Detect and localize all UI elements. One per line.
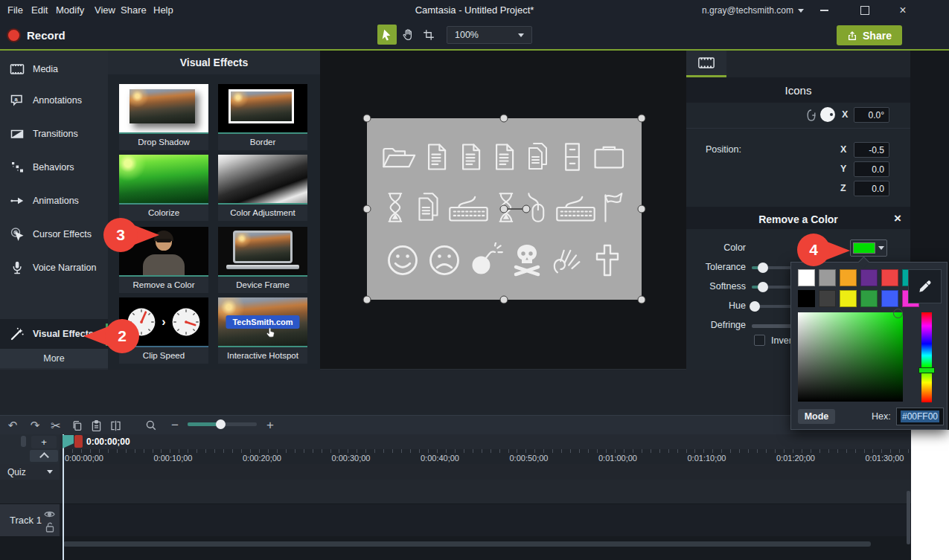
collapse-tracks-button[interactable] (30, 450, 58, 462)
sidebar-item-behaviors[interactable]: Behaviors (0, 152, 108, 183)
resize-handle-w[interactable] (363, 205, 371, 213)
menu-view[interactable]: View (95, 4, 115, 16)
color-swatch[interactable] (881, 290, 898, 307)
hue-bar-handle[interactable] (918, 367, 935, 373)
resize-handle-se[interactable] (638, 296, 646, 304)
horizontal-scrollbar[interactable] (63, 541, 871, 547)
hex-input[interactable]: #00FF00 (896, 408, 944, 425)
effect-tile-device-frame[interactable]: Device Frame (218, 227, 307, 293)
color-swatch[interactable] (840, 290, 857, 307)
color-swatch[interactable] (860, 290, 878, 307)
sidebar-item-animations[interactable]: Animations (0, 185, 108, 216)
account-menu[interactable]: n.gray@techsmith.com (702, 5, 804, 16)
close-icon: × (899, 4, 906, 16)
color-swatch[interactable] (798, 269, 815, 286)
canvas-zoom-select[interactable]: 100% (447, 26, 532, 44)
redo-button[interactable]: ↷ (27, 418, 43, 433)
rotation-input[interactable] (854, 107, 889, 123)
maximize-button[interactable] (852, 0, 878, 21)
tab-media-properties[interactable] (686, 51, 726, 75)
eyedropper-button[interactable] (908, 269, 942, 303)
effect-tile-color-adjustment[interactable]: Color Adjustment (218, 155, 307, 221)
resize-handle-e[interactable] (638, 205, 646, 213)
paste-button[interactable] (88, 418, 104, 433)
effect-tile-colorize[interactable]: Colorize (119, 155, 208, 221)
effect-tile-interactive-hotspot[interactable]: TechSmith.com Interactive Hotspot (218, 297, 307, 364)
menu-edit[interactable]: Edit (31, 4, 48, 16)
record-button[interactable]: Record (27, 29, 65, 42)
timeline-zoom-button[interactable] (143, 418, 159, 433)
mode-button[interactable]: Mode (798, 409, 835, 424)
annotation-step-3: 3 (103, 218, 138, 252)
sidebar-item-cursor-effects[interactable]: Cursor Effects (0, 219, 108, 250)
sidebar-more-button[interactable]: More (0, 349, 108, 368)
playhead-line[interactable] (63, 434, 64, 560)
anchor-handle[interactable] (500, 205, 508, 213)
effect-tile-border[interactable]: Border (218, 84, 307, 150)
position-y-input[interactable] (854, 161, 889, 177)
folder-closed-icon (590, 141, 628, 173)
vertical-scrollbar[interactable] (907, 491, 910, 544)
color-swatch[interactable] (881, 269, 898, 286)
menu-modify[interactable]: Modify (56, 4, 84, 16)
color-swatch[interactable] (860, 269, 878, 286)
split-button[interactable] (107, 418, 124, 433)
color-swatch[interactable] (798, 290, 815, 307)
close-button[interactable]: × (890, 0, 916, 21)
lock-open-icon[interactable] (45, 522, 54, 532)
eye-icon[interactable] (44, 510, 55, 518)
rotation-handle[interactable] (523, 205, 531, 213)
account-email: n.gray@techsmith.com (702, 5, 793, 16)
playhead-in-out-marker[interactable] (74, 435, 83, 448)
color-swatch[interactable] (840, 269, 857, 286)
softness-slider-handle[interactable] (758, 282, 768, 292)
timeline-ruler[interactable]: 0:00:00;000:00:10;000:00:20;000:00:30;00… (60, 449, 911, 464)
color-swatch[interactable] (819, 290, 836, 307)
hue-bar[interactable] (921, 312, 932, 402)
menu-share[interactable]: Share (121, 4, 147, 16)
invert-checkbox[interactable] (754, 335, 765, 346)
quiz-dropdown[interactable]: Quiz (0, 464, 60, 480)
resize-handle-sw[interactable] (363, 296, 371, 304)
sidebar-item-annotations[interactable]: a Annotations (0, 85, 108, 116)
position-z-input[interactable] (854, 181, 889, 196)
track-scroll-grip[interactable] (21, 436, 26, 447)
saturation-value-gradient[interactable] (798, 312, 903, 402)
menu-help[interactable]: Help (153, 4, 173, 16)
cut-button[interactable]: ✂ (48, 418, 64, 433)
zoom-in-button[interactable]: + (262, 418, 278, 433)
copy-button[interactable] (68, 418, 85, 433)
track-1-header: Track 1 (0, 504, 60, 536)
resize-handle-s[interactable] (500, 296, 508, 304)
position-x-input[interactable] (854, 142, 889, 158)
sidebar-item-transitions[interactable]: Transitions (0, 118, 108, 149)
close-effect-icon[interactable]: × (894, 212, 901, 225)
sidebar-item-voice-narration[interactable]: Voice Narration (0, 252, 108, 283)
track-1[interactable]: Track 1 (0, 504, 917, 536)
share-button[interactable]: Share (837, 25, 902, 45)
select-tool-button[interactable] (377, 25, 397, 45)
zoom-out-button[interactable]: − (167, 418, 183, 433)
resize-handle-ne[interactable] (638, 115, 646, 123)
sidebar-item-media[interactable]: Media (0, 54, 108, 85)
resize-handle-n[interactable] (500, 115, 508, 123)
tolerance-slider-handle[interactable] (758, 263, 768, 273)
canvas-preview[interactable] (320, 51, 686, 370)
minimize-button[interactable] (811, 0, 837, 21)
rotation-knob[interactable] (820, 107, 835, 122)
color-swatch[interactable] (819, 269, 836, 286)
gradient-handle[interactable] (893, 309, 903, 318)
chevron-down-icon (798, 9, 804, 13)
effect-tile-drop-shadow[interactable]: Drop Shadow (119, 84, 208, 150)
resize-handle-nw[interactable] (363, 115, 371, 123)
crop-tool-button[interactable] (419, 25, 438, 45)
empty-track-lane[interactable] (0, 480, 917, 504)
hue-slider-handle[interactable] (750, 301, 760, 312)
color-swatch-dropdown[interactable] (850, 239, 887, 257)
add-track-button[interactable]: + (31, 436, 57, 448)
menu-file[interactable]: File (7, 4, 23, 16)
timeline-zoom-handle[interactable] (216, 419, 226, 429)
undo-button[interactable]: ↶ (4, 418, 21, 433)
pan-tool-button[interactable] (398, 25, 418, 45)
export-icon (847, 30, 857, 41)
